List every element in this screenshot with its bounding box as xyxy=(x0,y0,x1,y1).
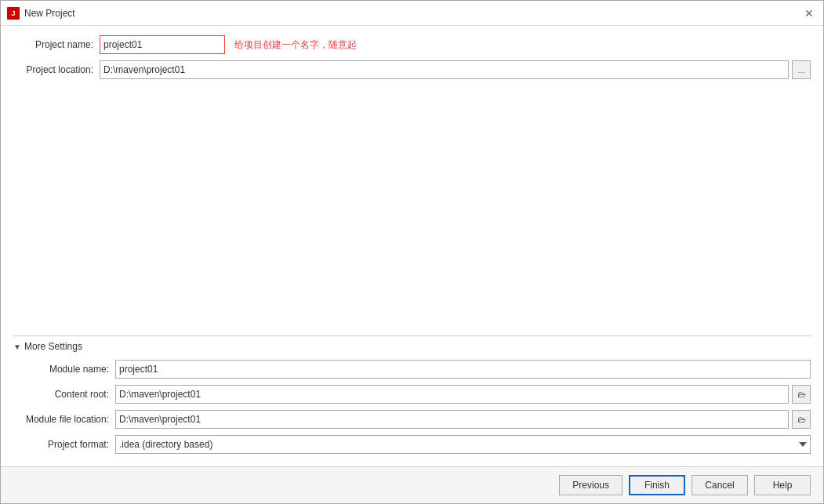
close-icon: ✕ xyxy=(804,7,814,20)
content-root-row: Content root: 🗁 xyxy=(13,385,811,404)
content-root-input[interactable] xyxy=(115,385,789,404)
new-project-dialog: J New Project ✕ Project name: 给项目创建一个名字，… xyxy=(0,0,824,504)
close-button[interactable]: ✕ xyxy=(801,5,817,21)
project-name-input-wrap: 给项目创建一个名字，随意起 xyxy=(100,35,811,54)
project-name-hint: 给项目创建一个名字，随意起 xyxy=(234,38,357,52)
folder-icon-2: 🗁 xyxy=(797,415,806,424)
project-name-input[interactable] xyxy=(100,35,225,54)
module-file-location-label: Module file location: xyxy=(13,414,115,425)
module-name-label: Module name: xyxy=(13,364,115,375)
chevron-down-icon: ▼ xyxy=(13,343,21,351)
finish-button[interactable]: Finish xyxy=(629,475,685,495)
more-settings-body: Module name: Content root: 🗁 xyxy=(13,357,811,466)
module-name-input[interactable] xyxy=(115,360,811,379)
project-location-row: Project location: ... xyxy=(13,60,811,79)
app-icon: J xyxy=(7,7,20,20)
module-file-location-row: Module file location: 🗁 xyxy=(13,410,811,429)
more-settings-header[interactable]: ▼ More Settings xyxy=(13,336,811,357)
module-name-input-wrap xyxy=(115,360,811,379)
project-format-select[interactable]: .idea (directory based) .ipr (file based… xyxy=(115,435,811,454)
project-location-browse-button[interactable]: ... xyxy=(792,60,811,79)
content-root-browse-button[interactable]: 🗁 xyxy=(792,385,811,404)
project-format-row: Project format: .idea (directory based) … xyxy=(13,435,811,454)
module-file-location-browse-button[interactable]: 🗁 xyxy=(792,410,811,429)
module-name-row: Module name: xyxy=(13,360,811,379)
project-format-label: Project format: xyxy=(13,439,115,450)
project-location-input[interactable] xyxy=(100,60,789,79)
more-settings-section: ▼ More Settings Module name: Content roo… xyxy=(13,335,811,466)
content-root-input-wrap: 🗁 xyxy=(115,385,811,404)
bottom-bar: Previous Finish Cancel Help xyxy=(1,466,823,503)
more-settings-label: More Settings xyxy=(24,341,82,352)
help-button[interactable]: Help xyxy=(754,475,811,495)
folder-icon: 🗁 xyxy=(797,390,806,399)
project-location-label: Project location: xyxy=(13,64,100,75)
project-name-label: Project name: xyxy=(13,39,100,50)
project-format-select-wrap: .idea (directory based) .ipr (file based… xyxy=(115,435,811,454)
module-file-location-input[interactable] xyxy=(115,410,789,429)
previous-button[interactable]: Previous xyxy=(559,475,623,495)
browse-icon: ... xyxy=(797,65,804,74)
cancel-button[interactable]: Cancel xyxy=(692,475,748,495)
project-name-row: Project name: 给项目创建一个名字，随意起 xyxy=(13,35,811,54)
content-root-label: Content root: xyxy=(13,389,115,400)
title-bar: J New Project ✕ xyxy=(1,1,823,26)
project-location-input-wrap: ... xyxy=(100,60,811,79)
title-bar-left: J New Project xyxy=(7,7,75,20)
content-area: Project name: 给项目创建一个名字，随意起 Project loca… xyxy=(1,26,823,466)
module-file-location-input-wrap: 🗁 xyxy=(115,410,811,429)
dialog-title: New Project xyxy=(24,8,75,19)
content-spacer xyxy=(13,85,811,335)
